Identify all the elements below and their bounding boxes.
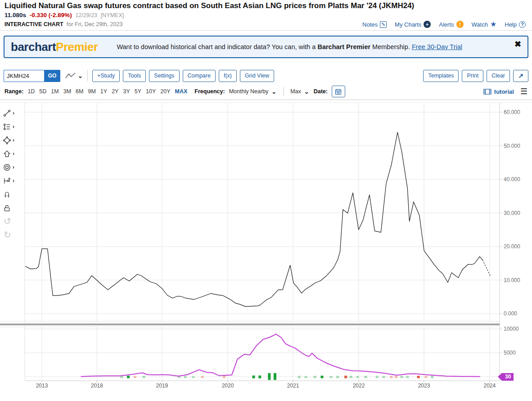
go-button[interactable]: GO — [44, 70, 60, 82]
shapes-tool[interactable]: › — [3, 133, 22, 147]
barchart-premier-logo: barchartPremier — [11, 40, 98, 54]
range-1d[interactable]: 1D — [27, 88, 35, 95]
chart-toolbar: GO ⌄ +StudyToolsSettingsComparef(x)Grid … — [4, 69, 528, 82]
volume-bar — [120, 376, 123, 378]
chevron-down-icon: ⌄ — [304, 89, 309, 95]
range-2y[interactable]: 2Y — [112, 88, 118, 95]
x-axis-label: 2013 — [36, 383, 48, 389]
magenta-indicator-line — [81, 334, 480, 377]
study-button[interactable]: +Study — [92, 70, 120, 82]
volume-bar — [143, 376, 145, 378]
range-1y[interactable]: 1Y — [100, 88, 107, 95]
tools-button[interactable]: Tools — [123, 70, 146, 82]
chevron-right-icon: › — [13, 123, 14, 130]
last-price: 11.080s — [5, 12, 26, 18]
menu-icon[interactable]: ☰ — [520, 87, 527, 96]
volume-bar — [258, 375, 261, 378]
range-5d[interactable]: 5D — [39, 88, 46, 95]
toolbar-right-buttons: TemplatesPrintClear — [423, 70, 513, 82]
symbol-input[interactable] — [4, 70, 44, 82]
plus-circle-icon: + — [424, 21, 431, 28]
range-20y[interactable]: 20Y — [160, 88, 170, 95]
volume-bar — [395, 376, 397, 378]
volume-bar — [344, 376, 347, 378]
toolbar-separator — [87, 70, 88, 81]
measure-tool[interactable]: › — [3, 174, 22, 187]
range-1m[interactable]: 1M — [51, 88, 59, 95]
chart-type-dropdown[interactable]: ⌄ — [65, 72, 83, 79]
x-axis-label: 2021 — [287, 383, 299, 389]
star-icon: ★ — [490, 21, 496, 28]
chevron-right-icon: › — [13, 110, 14, 116]
help-circle-icon: ? — [519, 21, 526, 28]
volume-bar — [274, 373, 276, 380]
period-dropdown[interactable]: Max ⌄ — [290, 88, 309, 95]
range-10y[interactable]: 10Y — [146, 88, 156, 95]
range-max[interactable]: MAX — [175, 88, 188, 95]
free-trial-link[interactable]: Free 30-Day Trial — [412, 43, 462, 50]
main-y-axis-label: 30.000 — [504, 210, 520, 216]
header-link-notes[interactable]: Notes✎ — [362, 21, 387, 28]
templates-button[interactable]: Templates — [423, 70, 459, 82]
volume-bar — [298, 376, 301, 378]
range-5y[interactable]: 5Y — [135, 88, 141, 95]
volume-bar — [201, 376, 204, 378]
chevron-right-icon: › — [13, 178, 14, 184]
header-link-help[interactable]: Help? — [505, 21, 526, 28]
clear-button[interactable]: Clear — [487, 70, 510, 82]
range-3y[interactable]: 3Y — [123, 88, 130, 95]
date-label: Date: — [314, 88, 328, 95]
frequency-label: Frequency: — [194, 88, 225, 95]
undo-button: ↺ — [3, 214, 22, 228]
ellipse-tool[interactable]: › — [3, 160, 22, 174]
trendline-tool[interactable]: › — [3, 106, 22, 120]
unlock-tool[interactable] — [3, 201, 22, 214]
quote-row: 11.080s -0.330 (-2.89%) 12/29/23 [NYMEX] — [5, 12, 124, 18]
close-icon[interactable]: ✖ — [514, 39, 521, 49]
range-6m[interactable]: 6M — [76, 88, 83, 95]
range-label: Range: — [5, 88, 23, 95]
volume-bar — [417, 376, 420, 378]
x-axis-label: 2019 — [156, 383, 168, 389]
header-link-my-charts[interactable]: My Charts+ — [395, 21, 431, 28]
line-chart-icon — [65, 72, 77, 79]
volume-bar — [192, 376, 195, 378]
f-x-button[interactable]: f(x) — [219, 70, 237, 82]
volume-bar — [223, 376, 225, 378]
range-separator — [284, 87, 284, 96]
subheader-left: INTERACTIVE CHART for Fri, Dec 29th, 202… — [5, 21, 122, 27]
volume-bar — [383, 376, 385, 378]
lower-y-axis-label: 10000 — [504, 326, 519, 332]
header-link-alerts[interactable]: Alerts! — [439, 21, 463, 28]
header-link-watch[interactable]: Watch★ — [472, 21, 497, 28]
drawing-tools-sidebar: ››››››↺↻ — [3, 106, 22, 242]
grid-view-button[interactable]: Grid View — [240, 70, 274, 82]
volume-bar — [406, 376, 409, 378]
expand-chart-button[interactable]: ↗ — [513, 70, 528, 82]
price-line-dashed-tail — [482, 260, 491, 277]
arrow-tool[interactable]: › — [3, 147, 22, 160]
interactive-chart-page: Liquified Natural Gas swap futures contr… — [0, 0, 532, 401]
volume-bar — [178, 376, 180, 378]
date-picker-button[interactable] — [332, 86, 345, 97]
range-3m[interactable]: 3M — [63, 88, 71, 95]
calendar-icon — [335, 88, 342, 95]
chevron-right-icon: › — [13, 164, 14, 170]
chevron-down-icon: ⌄ — [78, 73, 83, 79]
redo-button: ↻ — [3, 228, 22, 242]
frequency-dropdown[interactable]: Monthly Nearby ⌄ — [229, 88, 276, 95]
range-9m[interactable]: 9M — [88, 88, 95, 95]
print-button[interactable]: Print — [462, 70, 483, 82]
settings-button[interactable]: Settings — [149, 70, 179, 82]
volume-bar — [336, 376, 339, 378]
volume-bar — [329, 376, 332, 378]
study-annotation-tool[interactable]: › — [3, 120, 22, 133]
quote-date: 12/29/23 — [75, 12, 97, 18]
magnet-tool[interactable] — [3, 187, 22, 201]
compare-button[interactable]: Compare — [183, 70, 216, 82]
volume-bar — [320, 376, 323, 378]
volume-bar — [350, 376, 352, 378]
header-divider — [0, 30, 532, 31]
x-axis-label: 2020 — [222, 383, 234, 389]
tutorial-link[interactable]: tutorial — [483, 88, 514, 95]
